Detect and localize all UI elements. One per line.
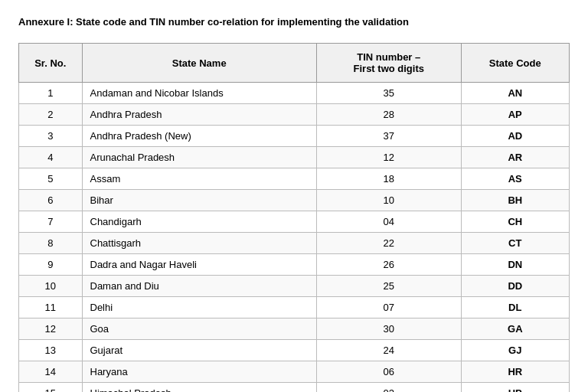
cell-code: AS <box>461 168 569 190</box>
cell-code: GJ <box>461 340 569 361</box>
cell-state: Bihar <box>82 190 316 211</box>
table-row: 2Andhra Pradesh28AP <box>19 104 570 126</box>
cell-code: AN <box>461 83 569 104</box>
cell-code: BH <box>461 190 569 211</box>
cell-srno: 14 <box>19 361 83 383</box>
table-row: 12Goa30GA <box>19 318 570 340</box>
cell-state: Haryana <box>82 361 316 383</box>
table-row: 4Arunachal Pradesh12AR <box>19 147 570 168</box>
table-row: 7Chandigarh04CH <box>19 211 570 233</box>
cell-tin: 04 <box>316 211 461 233</box>
cell-tin: 07 <box>316 297 461 318</box>
state-code-table: Sr. No. State Name TIN number –First two… <box>18 43 570 392</box>
cell-srno: 10 <box>19 276 83 297</box>
cell-srno: 7 <box>19 211 83 233</box>
cell-tin: 37 <box>316 126 461 147</box>
cell-code: GA <box>461 318 569 340</box>
table-row: 15Himachal Pradesh02HP <box>19 383 570 392</box>
cell-tin: 18 <box>316 168 461 190</box>
cell-srno: 1 <box>19 83 83 104</box>
cell-state: Andhra Pradesh (New) <box>82 126 316 147</box>
cell-srno: 13 <box>19 340 83 361</box>
cell-tin: 06 <box>316 361 461 383</box>
table-row: 3Andhra Pradesh (New)37AD <box>19 126 570 147</box>
cell-tin: 35 <box>316 83 461 104</box>
cell-code: CT <box>461 233 569 254</box>
cell-code: DL <box>461 297 569 318</box>
cell-state: Himachal Pradesh <box>82 383 316 392</box>
cell-tin: 12 <box>316 147 461 168</box>
cell-state: Delhi <box>82 297 316 318</box>
cell-code: AR <box>461 147 569 168</box>
table-row: 11Delhi07DL <box>19 297 570 318</box>
cell-srno: 2 <box>19 104 83 126</box>
cell-state: Andaman and Nicobar Islands <box>82 83 316 104</box>
cell-code: DN <box>461 254 569 276</box>
table-row: 10Daman and Diu25DD <box>19 276 570 297</box>
cell-code: DD <box>461 276 569 297</box>
cell-tin: 22 <box>316 233 461 254</box>
cell-tin: 24 <box>316 340 461 361</box>
cell-srno: 6 <box>19 190 83 211</box>
cell-srno: 12 <box>19 318 83 340</box>
table-row: 5Assam18AS <box>19 168 570 190</box>
col-header-code: State Code <box>461 44 569 83</box>
cell-state: Assam <box>82 168 316 190</box>
cell-tin: 02 <box>316 383 461 392</box>
cell-code: HP <box>461 383 569 392</box>
cell-srno: 3 <box>19 126 83 147</box>
cell-state: Chandigarh <box>82 211 316 233</box>
cell-code: HR <box>461 361 569 383</box>
cell-code: AP <box>461 104 569 126</box>
cell-code: CH <box>461 211 569 233</box>
col-header-srno: Sr. No. <box>19 44 83 83</box>
cell-tin: 10 <box>316 190 461 211</box>
table-header-row: Sr. No. State Name TIN number –First two… <box>19 44 570 83</box>
cell-srno: 11 <box>19 297 83 318</box>
cell-srno: 4 <box>19 147 83 168</box>
cell-state: Daman and Diu <box>82 276 316 297</box>
cell-srno: 8 <box>19 233 83 254</box>
table-row: 14Haryana06HR <box>19 361 570 383</box>
col-header-state: State Name <box>82 44 316 83</box>
cell-tin: 25 <box>316 276 461 297</box>
table-row: 1Andaman and Nicobar Islands35AN <box>19 83 570 104</box>
cell-srno: 9 <box>19 254 83 276</box>
table-row: 8Chattisgarh22CT <box>19 233 570 254</box>
cell-srno: 15 <box>19 383 83 392</box>
table-row: 6Bihar10BH <box>19 190 570 211</box>
cell-state: Arunachal Pradesh <box>82 147 316 168</box>
cell-state: Gujarat <box>82 340 316 361</box>
table-row: 9Dadra and Nagar Haveli26DN <box>19 254 570 276</box>
table-row: 13Gujarat24GJ <box>19 340 570 361</box>
page-title: Annexure I: State code and TIN number co… <box>18 15 570 29</box>
cell-state: Andhra Pradesh <box>82 104 316 126</box>
cell-tin: 30 <box>316 318 461 340</box>
cell-state: Goa <box>82 318 316 340</box>
cell-state: Chattisgarh <box>82 233 316 254</box>
cell-tin: 26 <box>316 254 461 276</box>
col-header-tin: TIN number –First two digits <box>316 44 461 83</box>
cell-state: Dadra and Nagar Haveli <box>82 254 316 276</box>
cell-code: AD <box>461 126 569 147</box>
cell-tin: 28 <box>316 104 461 126</box>
cell-srno: 5 <box>19 168 83 190</box>
